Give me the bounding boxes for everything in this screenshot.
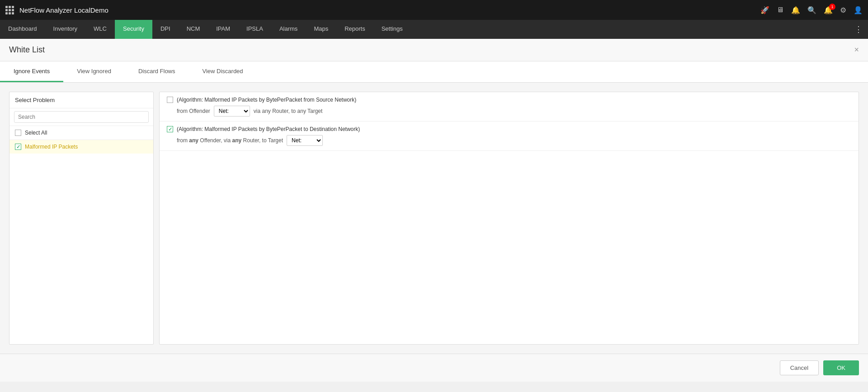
bell-alert-icon[interactable]: 🔔 [791,6,800,14]
event-1-checkbox[interactable] [167,97,173,103]
event-1-top: (Algorithm: Malformed IP Packets by Byte… [167,97,851,103]
gear-icon[interactable]: ⚙ [840,6,846,14]
nav-ncm[interactable]: NCM [179,20,208,39]
tabs-bar: Ignore Events View Ignored Discard Flows… [0,61,868,83]
malformed-label: Malformed IP Packets [25,144,78,150]
topbar: NetFlow Analyzer LocalDemo 🚀 🖥 🔔 🔍 🔔 1 ⚙… [0,0,868,20]
whitelist-header: White List × [0,39,868,61]
search-box [9,108,153,126]
close-button[interactable]: × [854,45,859,55]
navbar: Dashboard Inventory WLC Security DPI NCM… [0,20,868,39]
page-title: White List [9,45,45,55]
event-1-from-label: from Offender [177,108,210,114]
nav-more-icon[interactable]: ⋮ [849,20,868,39]
whitelist-panel: White List × Ignore Events View Ignored … [0,39,868,382]
nav-wlc[interactable]: WLC [85,20,115,39]
event-2-from-label: from any Offender, via any Router, to Ta… [177,137,283,144]
main-area: Select Problem Select All Malformed IP P… [0,83,868,354]
event-row-2: (Algorithm: Malformed IP Packets by Byte… [160,121,859,151]
nav-dashboard[interactable]: Dashboard [0,20,45,39]
event-1-bottom: from Offender Net: via any Router, to an… [167,106,851,117]
topbar-icons: 🚀 🖥 🔔 🔍 🔔 1 ⚙ 👤 [760,6,863,14]
nav-maps[interactable]: Maps [306,20,336,39]
event-2-net-select[interactable]: Net: [287,135,323,146]
nav-alarms[interactable]: Alarms [271,20,306,39]
problem-item-malformed[interactable]: Malformed IP Packets [9,140,153,154]
select-problem-panel: Select Problem Select All Malformed IP P… [9,92,154,345]
notification-icon[interactable]: 🔔 1 [824,6,833,14]
bottom-bar: Cancel OK [0,354,868,382]
apps-icon[interactable] [5,6,14,14]
nav-security[interactable]: Security [115,20,152,39]
tab-view-discarded[interactable]: View Discarded [189,61,257,82]
event-1-net-select[interactable]: Net: [214,106,250,117]
event-2-bottom: from any Offender, via any Router, to Ta… [167,135,851,146]
tab-ignore-events[interactable]: Ignore Events [0,61,63,82]
select-all-checkbox[interactable] [15,130,21,136]
event-2-checkbox[interactable] [167,126,173,132]
event-1-via-text: via any Router, to any Target [254,108,323,114]
nav-inventory[interactable]: Inventory [45,20,85,39]
tab-discard-flows[interactable]: Discard Flows [125,61,189,82]
nav-reports[interactable]: Reports [336,20,373,39]
event-2-top: (Algorithm: Malformed IP Packets by Byte… [167,126,851,132]
event-1-algorithm: (Algorithm: Malformed IP Packets by Byte… [177,97,356,103]
notification-badge: 1 [829,4,835,10]
nav-dpi[interactable]: DPI [152,20,179,39]
rocket-icon[interactable]: 🚀 [760,6,769,14]
cancel-button[interactable]: Cancel [780,360,819,375]
select-all-label: Select All [25,130,47,136]
ok-button[interactable]: OK [823,360,859,375]
nav-ipam[interactable]: IPAM [208,20,238,39]
search-icon[interactable]: 🔍 [807,6,816,14]
user-icon[interactable]: 👤 [854,6,863,14]
nav-settings[interactable]: Settings [373,20,411,39]
select-problem-header: Select Problem [9,92,153,108]
tab-view-ignored[interactable]: View Ignored [63,61,125,82]
nav-ipsla[interactable]: IPSLA [238,20,271,39]
event-row-1: (Algorithm: Malformed IP Packets by Byte… [160,92,859,121]
search-input[interactable] [14,111,149,123]
page-content: White List × Ignore Events View Ignored … [0,39,868,392]
events-panel: (Algorithm: Malformed IP Packets by Byte… [159,92,859,345]
malformed-checkbox[interactable] [15,144,21,150]
select-all-row: Select All [9,126,153,140]
app-title: NetFlow Analyzer LocalDemo [19,6,755,14]
monitor-icon[interactable]: 🖥 [777,6,784,14]
event-2-algorithm: (Algorithm: Malformed IP Packets by Byte… [177,126,360,132]
